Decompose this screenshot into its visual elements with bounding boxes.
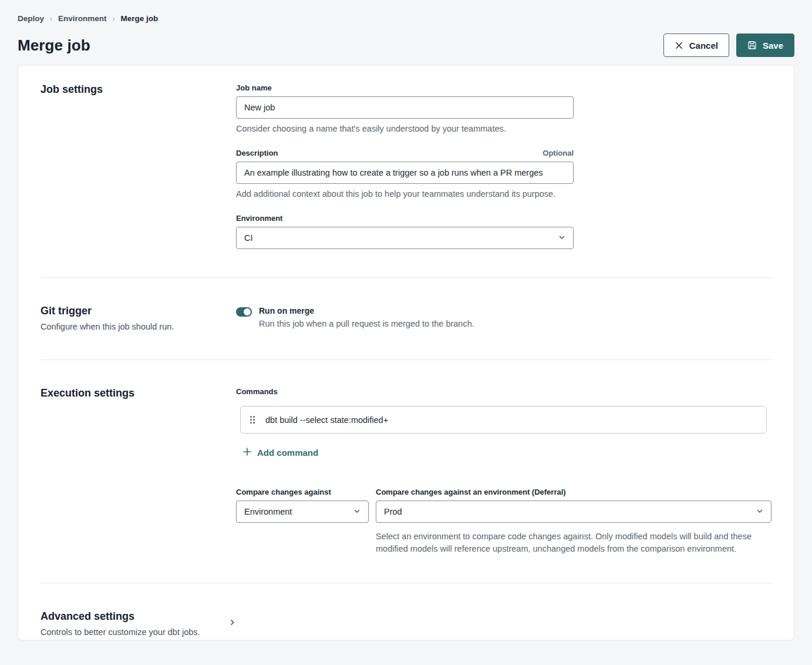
run-on-merge-toggle[interactable] xyxy=(236,307,252,317)
job-name-label: Job name xyxy=(236,83,272,92)
cancel-button[interactable]: Cancel xyxy=(663,33,729,57)
save-icon xyxy=(747,41,757,50)
advanced-settings-heading: Advanced settings xyxy=(41,610,200,623)
git-trigger-heading: Git trigger xyxy=(41,305,174,317)
deferral-group: Compare changes against an environment (… xyxy=(376,488,771,555)
section-job-settings: Job settings Job name Consider choosing … xyxy=(41,66,771,278)
description-optional-badge: Optional xyxy=(543,149,574,157)
compare-against-label: Compare changes against xyxy=(236,488,331,496)
chevron-down-icon xyxy=(756,507,763,516)
run-on-merge-label: Run on merge xyxy=(259,306,474,315)
environment-select[interactable]: CI xyxy=(236,227,574,249)
environment-label: Environment xyxy=(236,214,282,223)
breadcrumb: Deploy › Environment › Merge job xyxy=(18,14,794,23)
compare-against-select[interactable]: Environment xyxy=(236,501,369,523)
compare-against-group: Compare changes against Environment xyxy=(236,488,369,555)
job-settings-heading: Job settings xyxy=(41,83,103,96)
description-input[interactable] xyxy=(236,162,574,184)
environment-select-value: CI xyxy=(244,233,253,243)
run-on-merge-row: Run on merge Run this job when a pull re… xyxy=(236,305,771,328)
command-row[interactable]: dbt build --select state:modified+ xyxy=(240,406,767,434)
section-execution-settings: Execution settings Commands dbt build --… xyxy=(41,360,771,583)
deferral-helper: Select an environment to compare code ch… xyxy=(376,530,756,555)
add-command-button[interactable]: Add command xyxy=(243,448,318,458)
advanced-settings-subheading: Controls to better customize your dbt jo… xyxy=(41,627,200,637)
job-name-field-group: Job name Consider choosing a name that's… xyxy=(236,83,574,133)
chevron-down-icon xyxy=(558,233,565,243)
page-header: Merge job Cancel Save xyxy=(18,33,794,57)
breadcrumb-merge-job: Merge job xyxy=(121,14,159,23)
chevron-right-icon[interactable] xyxy=(228,618,236,629)
compare-against-value: Environment xyxy=(244,507,292,516)
close-icon xyxy=(675,41,683,50)
git-trigger-subheading: Configure when this job should run. xyxy=(41,322,174,331)
page-title: Merge job xyxy=(18,36,90,55)
job-name-input[interactable] xyxy=(236,96,574,119)
plus-icon xyxy=(243,448,251,458)
breadcrumb-deploy[interactable]: Deploy xyxy=(18,14,44,23)
description-field-group: Description Optional Add additional cont… xyxy=(236,149,574,199)
run-on-merge-description: Run this job when a pull request is merg… xyxy=(259,319,474,328)
deferral-label: Compare changes against an environment (… xyxy=(376,488,566,496)
breadcrumb-separator-icon: › xyxy=(113,15,115,23)
drag-handle-icon[interactable] xyxy=(250,416,255,424)
command-text[interactable]: dbt build --select state:modified+ xyxy=(265,415,388,425)
breadcrumb-separator-icon: › xyxy=(50,15,52,23)
job-settings-card: Job settings Job name Consider choosing … xyxy=(18,65,794,640)
merge-job-page: Deploy › Environment › Merge job Merge j… xyxy=(0,0,812,640)
environment-field-group: Environment CI xyxy=(236,214,574,249)
breadcrumb-environment[interactable]: Environment xyxy=(58,14,107,23)
commands-label: Commands xyxy=(236,387,771,396)
deferral-value: Prod xyxy=(384,507,402,516)
deferral-select[interactable]: Prod xyxy=(376,501,771,523)
section-advanced-settings: Advanced settings Controls to better cus… xyxy=(41,583,771,665)
compare-row: Compare changes against Environment Comp… xyxy=(236,488,771,555)
header-actions: Cancel Save xyxy=(663,33,794,57)
save-button[interactable]: Save xyxy=(736,33,794,57)
section-git-trigger: Git trigger Configure when this job shou… xyxy=(41,278,771,360)
description-helper: Add additional context about this job to… xyxy=(236,189,574,199)
chevron-down-icon xyxy=(353,507,360,516)
execution-settings-heading: Execution settings xyxy=(41,387,134,399)
description-label: Description xyxy=(236,149,278,157)
job-name-helper: Consider choosing a name that's easily u… xyxy=(236,124,574,133)
